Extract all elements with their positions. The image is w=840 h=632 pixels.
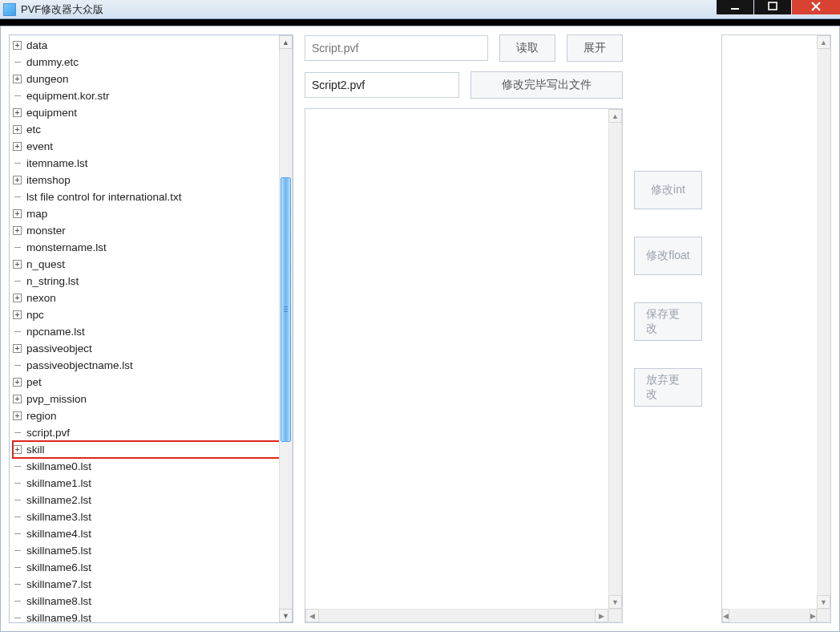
script1-input[interactable] [305,35,488,61]
tree-node-label: skillname7.lst [25,576,93,593]
modify-int-button[interactable]: 修改int [634,171,702,209]
tree-node[interactable]: itemname.lst [13,155,289,172]
expand-toggle-icon[interactable]: + [13,125,22,134]
scroll-thumb[interactable] [281,177,291,442]
tree-node[interactable]: lst file control for international.txt [13,188,289,205]
expand-toggle-icon[interactable]: + [13,41,22,50]
expand-button[interactable]: 展开 [567,34,623,62]
expand-toggle-icon[interactable]: + [13,445,22,454]
scroll-down-icon[interactable]: ▼ [279,609,293,622]
tree-node[interactable]: skillname5.lst [13,542,289,559]
tree-node[interactable]: +npc [13,306,289,323]
svg-rect-1 [769,2,777,10]
tree-node[interactable]: skillname9.lst [13,610,289,623]
editor-vscroll[interactable]: ▲ ▼ [608,109,622,609]
maximize-button[interactable] [754,0,791,14]
tree-node[interactable]: +pet [13,374,289,391]
minimize-button[interactable] [717,0,753,14]
tree-node[interactable]: +region [13,407,289,424]
expand-toggle-icon[interactable]: + [13,209,22,218]
tree-node[interactable]: n_string.lst [13,273,289,290]
leaf-marker-icon [13,597,22,606]
expand-toggle-icon[interactable]: + [13,378,22,387]
expand-toggle-icon[interactable]: + [13,75,22,83]
editor-hscroll[interactable]: ◀ ▶ [305,609,608,622]
tree-node[interactable]: passiveobjectname.lst [13,357,289,374]
tree-node-label: dummy.etc [25,54,80,71]
tree-node-label: skill [25,441,46,458]
tree-node-label: skillname5.lst [25,542,93,559]
tree-node[interactable]: skillname4.lst [13,525,289,542]
tree-node[interactable]: +passiveobject [13,340,289,357]
expand-toggle-icon[interactable]: + [13,142,22,151]
tree-node[interactable]: +dungeon [13,71,289,87]
tree-node-label: n_string.lst [25,273,80,290]
tree-node[interactable]: +equipment [13,104,289,121]
tree-node[interactable]: equipment.kor.str [13,87,289,104]
preview-pane: ▲ ▼ ◀ ▶ [721,34,831,623]
read-button[interactable]: 读取 [499,34,555,62]
tree-node[interactable]: skillname1.lst [13,475,289,492]
close-button[interactable] [792,0,840,14]
tree-node[interactable]: skillname3.lst [13,508,289,525]
tree-node[interactable]: +skill [13,441,289,458]
tree-node[interactable]: skillname8.lst [13,593,289,610]
tree-node[interactable]: +etc [13,121,289,138]
tree-node-label: monster [25,222,67,239]
scroll-down-icon[interactable]: ▼ [817,595,830,609]
text-editor[interactable]: ▲ ▼ ◀ ▶ [305,108,623,623]
titlebar[interactable]: PVF修改器大众版 [0,0,840,19]
tree-node-label: skillname8.lst [25,593,93,610]
tree-node[interactable]: skillname0.lst [13,458,289,475]
tree-node[interactable]: +event [13,138,289,155]
tree-node-label: nexon [25,290,58,306]
modify-float-button[interactable]: 修改float [634,237,702,275]
tree-node-label: event [25,138,55,155]
script2-input[interactable] [305,72,459,98]
write-file-button[interactable]: 修改完毕写出文件 [470,71,623,99]
tree-node[interactable]: +map [13,205,289,222]
expand-toggle-icon[interactable]: + [13,411,22,420]
tree-node[interactable]: +nexon [13,290,289,306]
discard-changes-button[interactable]: 放弃更改 [634,368,702,407]
tree-node[interactable]: skillname7.lst [13,576,289,593]
editor-scroll-corner [608,609,622,622]
tree-node[interactable]: skillname6.lst [13,559,289,576]
scroll-up-icon[interactable]: ▲ [279,35,293,49]
tree-node[interactable]: +itemshop [13,172,289,188]
tree-node[interactable]: monstername.lst [13,239,289,256]
expand-toggle-icon[interactable]: + [13,344,22,353]
leaf-marker-icon [13,479,22,488]
expand-toggle-icon[interactable]: + [13,395,22,403]
tree-node[interactable]: +pvp_mission [13,391,289,407]
expand-toggle-icon[interactable]: + [13,108,22,117]
scroll-up-icon[interactable]: ▲ [608,109,622,123]
scroll-down-icon[interactable]: ▼ [608,595,622,609]
tree-node[interactable]: script.pvf [13,424,289,441]
leaf-marker-icon [13,327,22,336]
expand-toggle-icon[interactable]: + [13,294,22,302]
expand-toggle-icon[interactable]: + [13,260,22,269]
scroll-up-icon[interactable]: ▲ [817,35,830,49]
expand-toggle-icon[interactable]: + [13,310,22,319]
tree-node[interactable]: +n_quest [13,256,289,273]
tree-node[interactable]: +data [13,37,289,54]
preview-vscroll[interactable]: ▲ ▼ [817,35,830,609]
tree-node[interactable]: skillname2.lst [13,492,289,508]
scroll-track[interactable] [279,49,293,609]
expand-toggle-icon[interactable]: + [13,226,22,235]
tree-scrollbar[interactable]: ▲ ▼ [279,35,293,622]
scroll-left-icon[interactable]: ◀ [305,609,319,622]
save-changes-button[interactable]: 保存更改 [634,302,702,341]
scroll-right-icon[interactable]: ▶ [595,609,608,622]
tree-node[interactable]: +monster [13,222,289,239]
expand-toggle-icon[interactable]: + [13,176,22,184]
tree-node[interactable]: npcname.lst [13,323,289,340]
tree-node-label: dungeon [25,71,71,87]
scroll-right-icon[interactable]: ▶ [810,609,817,622]
tree-node-label: lst file control for international.txt [25,188,184,205]
preview-hscroll[interactable]: ◀ ▶ [722,609,817,622]
scroll-left-icon[interactable]: ◀ [722,609,729,622]
file-tree[interactable]: +datadummy.etc+dungeonequipment.kor.str+… [10,35,293,623]
tree-node[interactable]: dummy.etc [13,54,289,71]
